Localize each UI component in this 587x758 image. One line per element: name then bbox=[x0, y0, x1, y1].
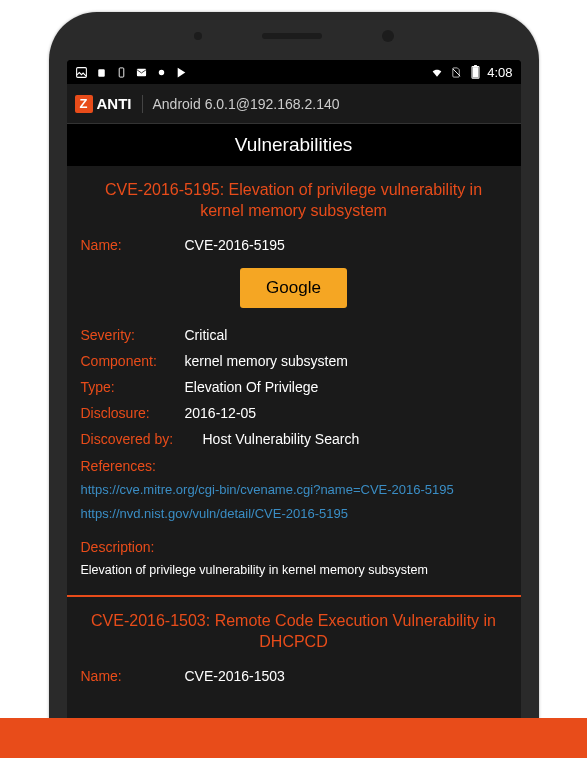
vulnerability-list[interactable]: CVE-2016-5195: Elevation of privilege vu… bbox=[67, 166, 521, 758]
field-type: Type: Elevation Of Privilege bbox=[81, 374, 507, 400]
play-icon bbox=[175, 65, 189, 79]
type-value: Elevation Of Privilege bbox=[185, 379, 319, 395]
name-label: Name: bbox=[81, 237, 171, 253]
vulnerability-card[interactable]: CVE-2016-1503: Remote Code Execution Vul… bbox=[67, 597, 521, 697]
severity-label: Severity: bbox=[81, 327, 171, 343]
phone-screen: 4:08 Z ANTI Android 6.0.1@192.168.2.140 … bbox=[67, 60, 521, 758]
google-search-button[interactable]: Google bbox=[240, 268, 347, 308]
component-label: Component: bbox=[81, 353, 171, 369]
discovered-by-value: Host Vulnerability Search bbox=[203, 431, 360, 447]
status-right-icons: 4:08 bbox=[430, 65, 512, 80]
no-sim-icon bbox=[449, 65, 463, 79]
image-icon bbox=[75, 65, 89, 79]
discovered-by-label: Discovered by: bbox=[81, 431, 189, 447]
disclosure-value: 2016-12-05 bbox=[185, 405, 257, 421]
severity-value: Critical bbox=[185, 327, 228, 343]
component-value: kernel memory subsystem bbox=[185, 353, 348, 369]
vulnerability-title: CVE-2016-1503: Remote Code Execution Vul… bbox=[81, 605, 507, 663]
vulnerability-title: CVE-2016-5195: Elevation of privilege vu… bbox=[81, 174, 507, 232]
battery-icon bbox=[468, 65, 482, 79]
front-camera bbox=[382, 30, 394, 42]
vulnerability-card[interactable]: CVE-2016-5195: Elevation of privilege vu… bbox=[67, 166, 521, 597]
svg-rect-0 bbox=[77, 67, 87, 77]
description-text: Elevation of privilege vulnerability in … bbox=[81, 559, 507, 587]
app-target-info: Android 6.0.1@192.168.2.140 bbox=[153, 96, 340, 112]
name-value: CVE-2016-1503 bbox=[185, 668, 285, 684]
status-bar: 4:08 bbox=[67, 60, 521, 84]
disclosure-label: Disclosure: bbox=[81, 405, 171, 421]
name-value: CVE-2016-5195 bbox=[185, 237, 285, 253]
zanti-logo-icon: Z bbox=[75, 95, 93, 113]
svg-rect-7 bbox=[472, 67, 478, 78]
description-label: Description: bbox=[81, 527, 507, 559]
app-brand-name: ANTI bbox=[97, 95, 132, 112]
references-label: References: bbox=[81, 452, 507, 478]
field-discovered-by: Discovered by: Host Vulnerability Search bbox=[81, 426, 507, 452]
sensor-dot bbox=[194, 32, 202, 40]
mail-icon bbox=[135, 65, 149, 79]
status-time: 4:08 bbox=[487, 65, 512, 80]
type-label: Type: bbox=[81, 379, 171, 395]
android-icon-2 bbox=[155, 65, 169, 79]
reference-link[interactable]: https://cve.mitre.org/cgi-bin/cvename.cg… bbox=[81, 478, 507, 503]
field-disclosure: Disclosure: 2016-12-05 bbox=[81, 400, 507, 426]
wifi-icon bbox=[430, 65, 444, 79]
section-title: Vulnerabilities bbox=[67, 124, 521, 166]
speaker-slot bbox=[262, 33, 322, 39]
app-header: Z ANTI Android 6.0.1@192.168.2.140 bbox=[67, 84, 521, 124]
app-logo[interactable]: Z ANTI bbox=[75, 95, 143, 113]
reference-link[interactable]: https://nvd.nist.gov/vuln/detail/CVE-201… bbox=[81, 502, 507, 527]
svg-rect-1 bbox=[119, 67, 124, 76]
device-icon bbox=[115, 65, 129, 79]
bottom-banner bbox=[0, 718, 587, 758]
field-name: Name: CVE-2016-5195 bbox=[81, 232, 507, 258]
android-icon bbox=[95, 65, 109, 79]
field-component: Component: kernel memory subsystem bbox=[81, 348, 507, 374]
phone-frame: 4:08 Z ANTI Android 6.0.1@192.168.2.140 … bbox=[49, 12, 539, 758]
field-severity: Severity: Critical bbox=[81, 322, 507, 348]
svg-point-3 bbox=[159, 69, 164, 74]
name-label: Name: bbox=[81, 668, 171, 684]
phone-top-hardware bbox=[49, 30, 539, 42]
field-name: Name: CVE-2016-1503 bbox=[81, 663, 507, 689]
status-left-icons bbox=[75, 65, 189, 79]
svg-rect-6 bbox=[474, 65, 477, 66]
